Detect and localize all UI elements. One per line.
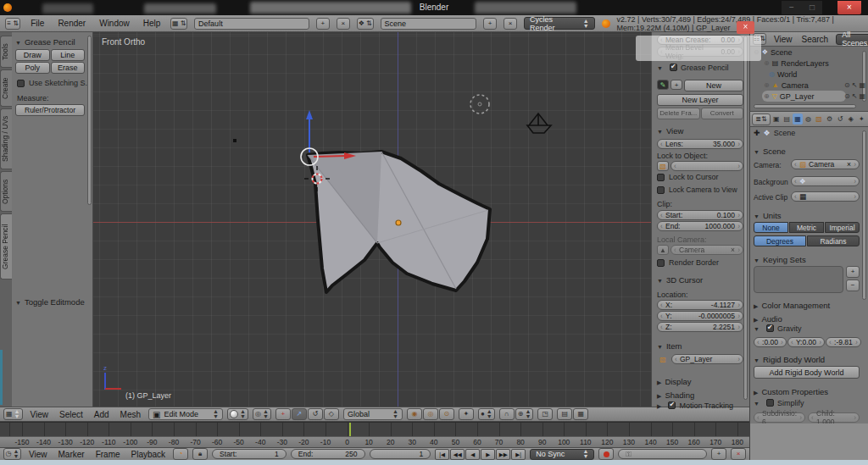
viewport-menu-add[interactable]: Add (91, 410, 113, 419)
npanel-scrollbar[interactable] (743, 36, 748, 400)
frame-end-field[interactable]: End: 250 (291, 449, 365, 459)
lens-field[interactable]: Lens: 35.000 (657, 139, 743, 149)
tool-shelf-scrollbar[interactable] (87, 36, 92, 205)
orientation-select[interactable]: Global ▲▼ (343, 408, 403, 420)
active-clip-field[interactable]: ▦ (791, 191, 860, 202)
tab-data[interactable]: ◈ (846, 113, 856, 125)
properties-scrollbar[interactable] (862, 130, 866, 300)
next-keyframe-button[interactable]: ▶▶ (496, 449, 510, 460)
screen-layout-icon[interactable]: ▦ ⇅ (170, 18, 187, 30)
occlude-geometry-select[interactable]: ●▲▼ (478, 408, 495, 420)
display-panel-header[interactable]: Display (657, 377, 743, 386)
outliner-row-renderlayers[interactable]: ⊕ ▤ RenderLayers (750, 58, 868, 69)
mode-select[interactable]: ▣ Edit Mode ▲▼ (148, 408, 223, 420)
lock-object-field[interactable]: ▧ (657, 161, 743, 172)
editor-type-icon[interactable]: ▦▲▼ (3, 408, 23, 420)
selectable-icon[interactable]: ↖ (852, 81, 858, 89)
outliner-row-camera[interactable]: ⊕ ▲ Camera ⊙ ↖ ▦ (750, 80, 868, 91)
gravity-panel-header[interactable]: Gravity (754, 324, 860, 333)
frame-start-field[interactable]: Start: 1 (212, 449, 287, 459)
tab-constraints[interactable]: ⚙ (825, 113, 835, 125)
add-rigid-body-button[interactable]: Add Rigid Body World (754, 366, 860, 379)
menu-render[interactable]: Render (54, 19, 89, 28)
timeline-menu-frame[interactable]: Frame (92, 450, 124, 459)
prev-keyframe-button[interactable]: ◀◀ (450, 449, 465, 460)
jump-to-start-button[interactable]: |◀ (435, 449, 449, 460)
render-icon[interactable]: ▦ (859, 92, 865, 100)
proportional-edit-icon[interactable]: ◉ (407, 408, 422, 420)
cursor-z-field[interactable]: Z: 2.2251 (657, 322, 743, 332)
tab-scene[interactable]: ▦ (793, 113, 803, 125)
gravity-checkbox[interactable] (766, 324, 774, 332)
render-opengl-icon[interactable]: ▤ (557, 408, 572, 420)
panel-grease-pencil-header[interactable]: Grease Pencil (15, 37, 85, 47)
new-layer-button[interactable]: New Layer (657, 94, 743, 106)
expander-icon[interactable]: ⊕ (764, 59, 770, 67)
tab-object[interactable]: ▧ (814, 113, 824, 125)
plus-icon[interactable]: + (670, 80, 682, 90)
render-icon[interactable]: ▦ (859, 81, 865, 89)
cursor-y-field[interactable]: Y: -0.0000005 (657, 311, 743, 321)
minimize-button[interactable]: − (782, 1, 802, 14)
current-frame-field[interactable]: 1 (370, 449, 431, 459)
motion-tracking-checkbox[interactable] (668, 401, 676, 409)
viewport-menu-mesh[interactable]: Mesh (117, 410, 144, 419)
translate-manipulator-icon[interactable]: ↗ (292, 408, 307, 420)
gravity-z-field[interactable]: :-9.81 (826, 337, 861, 347)
viewport-menu-select[interactable]: Select (56, 410, 86, 419)
use-preview-range-icon[interactable]: ◔ (173, 448, 188, 460)
proportional-connected-icon[interactable]: ⊙ (439, 408, 454, 420)
timeline-menu-playback[interactable]: Playback (128, 450, 170, 459)
clear-icon[interactable]: × (847, 160, 851, 169)
units-imperial-button[interactable]: Imperial (825, 222, 860, 233)
units-radians-button[interactable]: Radians (807, 235, 860, 246)
simplify-checkbox[interactable] (766, 399, 774, 407)
selectable-icon[interactable]: ↖ (852, 92, 858, 100)
gravity-y-field[interactable]: Y:0.00 (787, 337, 825, 347)
display-mode-select[interactable]: All Scenes (836, 34, 868, 45)
expander-icon[interactable]: ⊕ (764, 81, 770, 89)
tab-modifiers[interactable]: ↺ (835, 113, 845, 125)
draw-button[interactable]: Draw (15, 49, 50, 61)
outliner-row-scene[interactable]: ⊖ ❖ Scene (750, 47, 868, 58)
editor-type-icon[interactable]: ≣⇅ (752, 113, 771, 125)
audio-panel-header[interactable]: Audio (754, 314, 860, 324)
hide-icon[interactable]: ⊙ (844, 81, 850, 89)
motion-tracking-header[interactable]: Motion Tracking (657, 401, 743, 410)
shading-panel-header[interactable]: Shading (657, 390, 743, 400)
cursor-x-field[interactable]: X: -4.1127 (657, 300, 743, 310)
keying-set-remove-button[interactable]: − (846, 280, 860, 291)
snap-during-transform-icon[interactable]: ✦ (459, 408, 474, 420)
play-reverse-button[interactable]: ◀ (465, 449, 480, 460)
gravity-x-field[interactable]: :0.00 (754, 337, 787, 347)
use-sketching-checkbox[interactable] (17, 80, 25, 87)
tab-render-layers[interactable]: ▤ (782, 113, 793, 125)
custom-properties-header[interactable]: Custom Properties (754, 387, 860, 396)
outliner-menu-view[interactable]: View (772, 35, 794, 44)
sync-mode-select[interactable]: No Sync ▲▼ (530, 449, 594, 460)
convert-button[interactable]: Convert (701, 108, 744, 119)
simplify-panel-header[interactable]: Simplify (754, 398, 860, 407)
line-button[interactable]: Line (51, 49, 86, 61)
render-engine-select[interactable]: Cycles Render ▲▼ (524, 17, 595, 30)
close-button[interactable]: × (837, 1, 861, 14)
insert-keyframe-icon[interactable]: + (711, 448, 726, 460)
autokey-record-button[interactable] (598, 448, 614, 460)
keying-sets-panel-header[interactable]: Keying Sets (754, 255, 860, 264)
outliner-row-world[interactable]: ◍ World (750, 69, 868, 80)
units-metric-button[interactable]: Metric (789, 222, 824, 233)
outliner-menu-search[interactable]: Search (800, 35, 831, 44)
cursor-panel-header[interactable]: 3D Cursor (657, 275, 743, 285)
editor-type-icon[interactable]: ◷▲▼ (3, 448, 21, 460)
clip-start-field[interactable]: Start: 0.100 (657, 210, 743, 220)
simplify-child-field[interactable]: Child: 1.000 (808, 412, 860, 423)
play-button[interactable]: ▶ (481, 449, 495, 460)
simplify-subdivision-field[interactable]: Subdivisio: 6 (754, 412, 805, 423)
timeline-ruler[interactable]: -150-140-130-120-110-100-90-80-70-60-50-… (0, 436, 749, 447)
local-camera-value[interactable]: Camera× (670, 245, 743, 255)
scene-camera-field[interactable]: ▧ Camera × (791, 159, 860, 169)
viewport-shading-select[interactable]: ▲▼ (227, 408, 248, 420)
viewport-menu-view[interactable]: View (27, 410, 53, 419)
item-name-field[interactable]: GP_Layer (671, 354, 743, 364)
units-none-button[interactable]: None (754, 222, 788, 233)
